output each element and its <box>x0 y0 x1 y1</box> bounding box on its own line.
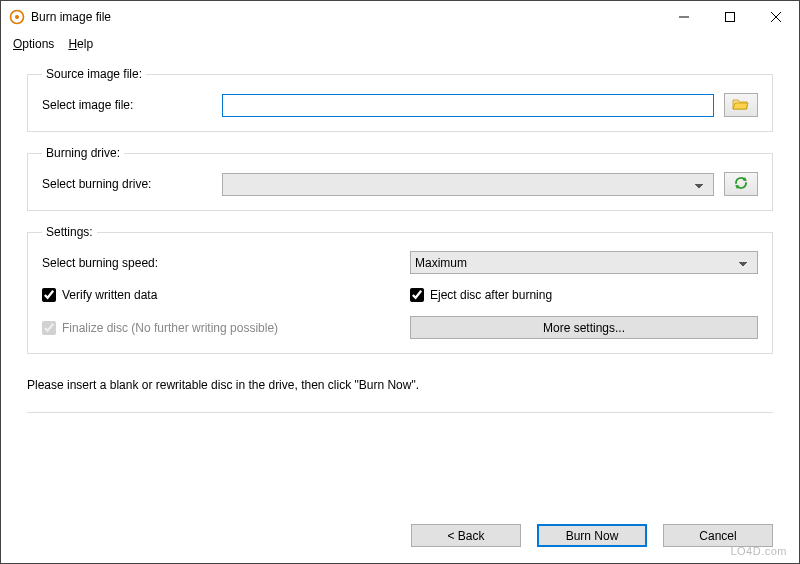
verify-checkbox[interactable]: Verify written data <box>42 288 390 302</box>
settings-group: Settings: Select burning speed: Maximum … <box>27 225 773 354</box>
folder-open-icon <box>732 97 750 114</box>
instruction-text: Please insert a blank or rewritable disc… <box>27 378 773 392</box>
watermark: LO4D.com <box>730 545 787 557</box>
menubar: Options Help <box>1 33 799 55</box>
titlebar: Burn image file <box>1 1 799 33</box>
minimize-button[interactable] <box>661 1 707 33</box>
eject-checkbox-label: Eject disc after burning <box>430 288 552 302</box>
separator <box>27 412 773 413</box>
window: Burn image file Options Help Source imag… <box>0 0 800 564</box>
svg-rect-3 <box>726 13 735 22</box>
burning-drive-group: Burning drive: Select burning drive: <box>27 146 773 211</box>
burning-drive-select[interactable] <box>222 173 714 196</box>
content-area: Source image file: Select image file: Bu… <box>1 55 799 508</box>
finalize-checkbox-input <box>42 321 56 335</box>
burning-drive-legend: Burning drive: <box>42 146 124 160</box>
svg-point-1 <box>15 15 19 19</box>
window-title: Burn image file <box>31 10 111 24</box>
verify-checkbox-input[interactable] <box>42 288 56 302</box>
back-button[interactable]: < Back <box>411 524 521 547</box>
browse-button[interactable] <box>724 93 758 117</box>
close-button[interactable] <box>753 1 799 33</box>
image-file-input[interactable] <box>222 94 714 117</box>
source-image-legend: Source image file: <box>42 67 146 81</box>
refresh-icon <box>733 175 749 194</box>
cancel-button[interactable]: Cancel <box>663 524 773 547</box>
eject-checkbox[interactable]: Eject disc after burning <box>410 288 758 302</box>
maximize-button[interactable] <box>707 1 753 33</box>
menu-help[interactable]: Help <box>68 37 93 51</box>
finalize-checkbox-label: Finalize disc (No further writing possib… <box>62 321 278 335</box>
settings-legend: Settings: <box>42 225 97 239</box>
verify-checkbox-label: Verify written data <box>62 288 157 302</box>
finalize-checkbox: Finalize disc (No further writing possib… <box>42 316 390 339</box>
burn-now-button[interactable]: Burn Now <box>537 524 647 547</box>
burning-speed-label: Select burning speed: <box>42 251 390 274</box>
select-drive-label: Select burning drive: <box>42 177 212 191</box>
select-image-label: Select image file: <box>42 98 212 112</box>
menu-options[interactable]: Options <box>13 37 54 51</box>
eject-checkbox-input[interactable] <box>410 288 424 302</box>
disc-icon <box>9 9 25 25</box>
burning-speed-select[interactable]: Maximum <box>410 251 758 274</box>
more-settings-button[interactable]: More settings... <box>410 316 758 339</box>
source-image-group: Source image file: Select image file: <box>27 67 773 132</box>
footer: < Back Burn Now Cancel <box>1 508 799 563</box>
refresh-drives-button[interactable] <box>724 172 758 196</box>
